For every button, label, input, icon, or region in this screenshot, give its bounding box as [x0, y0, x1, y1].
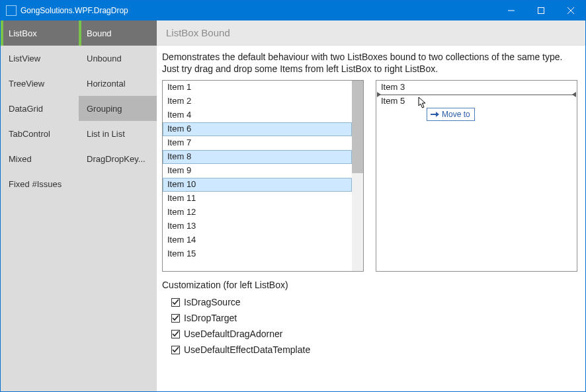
list-item[interactable]: Item 7 — [163, 136, 352, 150]
checkbox-label: IsDragSource — [184, 297, 241, 307]
checkbox-label: UseDefaultDragAdorner — [184, 329, 282, 339]
list-item[interactable]: Item 14 — [163, 233, 352, 247]
scrollbar-thumb[interactable] — [352, 81, 363, 173]
secondary-nav-item[interactable]: Horizontal — [79, 71, 157, 96]
adorner-label: Move to — [442, 110, 470, 119]
checkbox-row[interactable]: IsDragSource — [162, 294, 577, 310]
primary-nav-item[interactable]: Mixed — [1, 146, 79, 171]
list-item[interactable]: Item 1 — [163, 81, 352, 95]
primary-nav-item[interactable]: Fixed #Issues — [1, 171, 79, 196]
checkbox[interactable] — [171, 330, 180, 338]
drag-effect-adorner: Move to — [427, 108, 475, 121]
checkbox[interactable] — [171, 314, 180, 323]
customization-panel: Customization (for left ListBox) IsDragS… — [162, 280, 577, 358]
primary-nav-item[interactable]: TreeView — [1, 71, 79, 96]
secondary-nav-item[interactable]: List in List — [79, 121, 157, 146]
list-item[interactable]: Item 12 — [163, 206, 352, 219]
breadcrumb: ListBox Bound — [157, 20, 585, 46]
secondary-nav-item[interactable]: Unbound — [79, 46, 157, 71]
primary-nav-item[interactable]: ListBox — [1, 20, 79, 46]
app-icon — [6, 5, 17, 16]
list-item[interactable]: Item 10 — [163, 178, 352, 192]
minimize-button[interactable] — [496, 1, 526, 20]
list-item[interactable]: Item 4 — [163, 108, 352, 122]
checkbox[interactable] — [171, 346, 180, 354]
secondary-nav-item[interactable]: Grouping — [79, 96, 157, 121]
description-text: Demonstrates the default behaviour with … — [162, 51, 577, 75]
list-item[interactable]: Item 11 — [163, 192, 352, 206]
content-area: ListBox Bound Demonstrates the default b… — [157, 20, 585, 391]
close-button[interactable] — [556, 1, 585, 20]
primary-nav-item[interactable]: DataGrid — [1, 96, 79, 121]
left-listbox[interactable]: Item 1Item 2Item 4Item 6Item 7Item 8Item… — [162, 80, 364, 272]
primary-nav-item[interactable]: ListView — [1, 46, 79, 71]
app-window: GongSolutions.WPF.DragDrop ListBoxListVi… — [0, 0, 586, 392]
customization-caption: Customization (for left ListBox) — [162, 280, 577, 290]
secondary-nav-item[interactable]: Bound — [79, 20, 157, 46]
checkbox[interactable] — [171, 298, 180, 307]
primary-nav: ListBoxListViewTreeViewDataGridTabContro… — [1, 20, 79, 391]
arrow-right-icon — [430, 111, 439, 118]
title-bar[interactable]: GongSolutions.WPF.DragDrop — [1, 1, 585, 20]
svg-rect-1 — [538, 8, 544, 14]
maximize-button[interactable] — [526, 1, 556, 20]
right-listbox[interactable]: Item 3Item 5 Move to — [376, 80, 577, 272]
list-item[interactable]: Item 13 — [163, 219, 352, 233]
svg-marker-5 — [436, 112, 439, 117]
secondary-nav-item[interactable]: DragDropKey... — [79, 146, 157, 171]
secondary-nav: BoundUnboundHorizontalGroupingList in Li… — [79, 20, 157, 391]
list-item[interactable]: Item 8 — [163, 150, 352, 164]
window-title: GongSolutions.WPF.DragDrop — [21, 6, 128, 15]
list-item[interactable]: Item 3 — [376, 81, 577, 95]
list-item[interactable]: Item 9 — [163, 164, 352, 178]
checkbox-label: UseDefaultEffectDataTemplate — [184, 344, 310, 355]
checkbox-row[interactable]: UseDefaultDragAdorner — [162, 326, 577, 342]
primary-nav-item[interactable]: TabControl — [1, 121, 79, 146]
checkbox-row[interactable]: IsDropTarget — [162, 310, 577, 326]
list-item[interactable]: Item 2 — [163, 95, 352, 108]
list-item[interactable]: Item 5 — [376, 95, 577, 108]
drop-insertion-line — [377, 94, 576, 96]
checkbox-label: IsDropTarget — [184, 313, 237, 323]
list-item[interactable]: Item 15 — [163, 247, 352, 261]
list-item[interactable]: Item 6 — [163, 122, 352, 136]
scrollbar[interactable] — [352, 81, 363, 271]
checkbox-row[interactable]: UseDefaultEffectDataTemplate — [162, 342, 577, 358]
